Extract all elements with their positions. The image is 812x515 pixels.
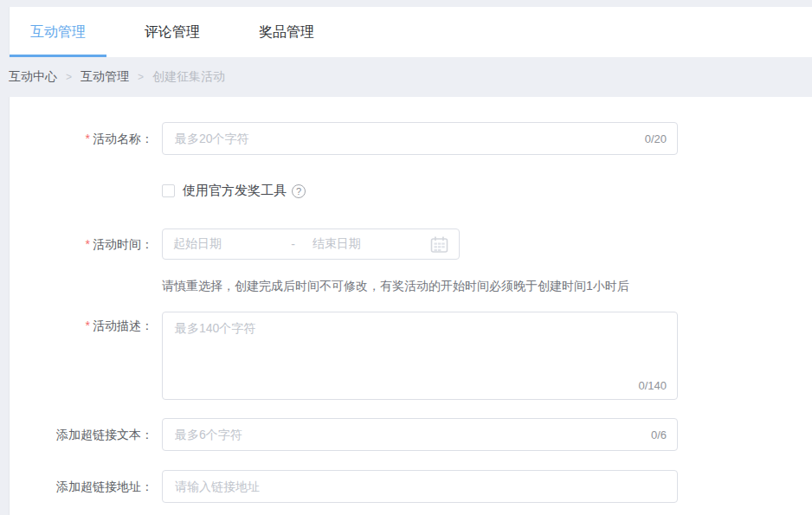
link-url-input[interactable]: [162, 470, 678, 503]
date-range-separator: -: [291, 237, 295, 251]
tab-prize-management[interactable]: 奖品管理: [238, 7, 335, 57]
form-row-activity-desc: *活动描述： 0/140: [10, 312, 812, 400]
calendar-icon: [430, 236, 448, 253]
required-asterisk: *: [86, 132, 90, 145]
tab-bar: 互动管理 评论管理 奖品管理: [9, 7, 812, 57]
form-row-link-text: 添加超链接文本： 0/6: [10, 418, 812, 451]
link-text-counter: 0/6: [651, 428, 667, 441]
tab-label: 评论管理: [145, 23, 200, 42]
activity-name-counter: 0/20: [645, 132, 667, 145]
form-row-official-tool: 使用官方发奖工具 ?: [10, 183, 812, 199]
end-date-placeholder: 结束日期: [313, 236, 430, 252]
breadcrumb-separator-icon: >: [66, 71, 72, 83]
breadcrumb-item-interaction-center[interactable]: 互动中心: [9, 69, 57, 85]
link-url-label: 添加超链接地址：: [10, 470, 153, 503]
activity-time-note: 请慎重选择，创建完成后时间不可修改，有奖活动的开始时间必须晚于创建时间1小时后: [162, 279, 812, 294]
tab-label: 奖品管理: [259, 23, 314, 42]
official-tool-checkbox[interactable]: [162, 184, 175, 197]
create-activity-form: *活动名称： 0/20 使用官方发奖工具 ? *活动时间： 起始日期 - 结束日…: [9, 97, 812, 515]
form-row-activity-name: *活动名称： 0/20: [10, 122, 812, 155]
link-text-label: 添加超链接文本：: [10, 418, 153, 451]
activity-desc-textarea[interactable]: [162, 312, 678, 400]
activity-desc-label: *活动描述：: [10, 312, 153, 400]
tab-label: 互动管理: [30, 23, 86, 42]
date-range-picker[interactable]: 起始日期 - 结束日期: [162, 229, 460, 260]
activity-desc-counter: 0/140: [638, 379, 667, 392]
required-asterisk: *: [86, 237, 90, 251]
official-tool-label: 使用官方发奖工具: [183, 183, 287, 199]
start-date-placeholder: 起始日期: [173, 236, 291, 252]
form-row-link-url: 添加超链接地址：: [10, 470, 812, 503]
tab-interaction-management[interactable]: 互动管理: [10, 7, 106, 57]
link-text-input[interactable]: [162, 418, 678, 451]
tab-comment-management[interactable]: 评论管理: [124, 7, 221, 57]
activity-name-input[interactable]: [162, 122, 678, 155]
breadcrumb: 互动中心 > 互动管理 > 创建征集活动: [0, 57, 812, 97]
form-row-activity-time: *活动时间： 起始日期 - 结束日期: [10, 229, 812, 260]
activity-name-label: *活动名称：: [10, 122, 153, 155]
required-asterisk: *: [86, 319, 90, 332]
breadcrumb-item-interaction-management[interactable]: 互动管理: [81, 69, 129, 85]
breadcrumb-separator-icon: >: [138, 71, 144, 83]
breadcrumb-item-current-page: 创建征集活动: [152, 69, 225, 85]
activity-time-label: *活动时间：: [10, 229, 153, 260]
help-question-icon[interactable]: ?: [292, 184, 306, 198]
